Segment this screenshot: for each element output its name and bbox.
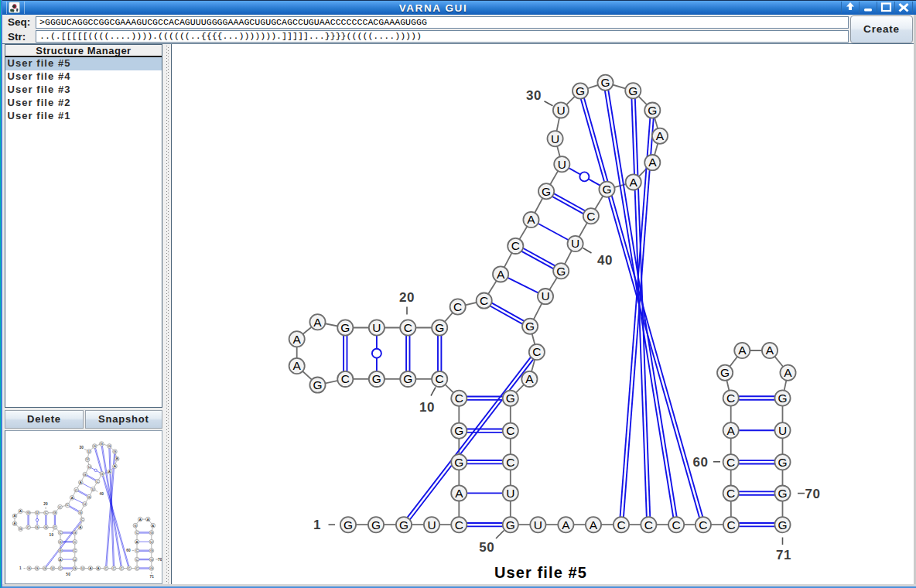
svg-text:C: C [644,518,653,532]
svg-text:G: G [778,487,787,500]
svg-text:10: 10 [419,400,435,415]
svg-text:G: G [399,518,408,532]
svg-text:A: A [313,316,322,329]
svg-text:C: C [511,239,520,252]
svg-text:C: C [455,391,463,405]
svg-text:G: G [454,456,463,469]
svg-text:G: G [602,183,611,196]
svg-text:G: G [778,518,787,532]
svg-text:G: G [313,378,322,391]
svg-text:G: G [542,185,551,198]
svg-text:G: G [720,366,730,379]
svg-text:G: G [506,391,515,405]
svg-text:G: G [525,320,535,333]
svg-text:G: G [340,321,350,334]
svg-text:A: A [455,487,463,500]
svg-text:A: A [648,156,657,169]
svg-text:A: A [527,213,535,226]
svg-text:G: G [372,372,381,385]
svg-text:G: G [576,84,585,97]
svg-text:U: U [506,487,514,500]
svg-text:U: U [558,158,566,171]
svg-text:C: C [726,456,735,469]
svg-text:C: C [436,372,444,385]
svg-text:C: C [341,372,350,385]
svg-text:A: A [727,424,736,437]
svg-text:C: C [726,487,735,500]
svg-text:70: 70 [805,487,821,501]
svg-text:U: U [571,237,579,250]
svg-text:30: 30 [526,88,542,103]
svg-text:50: 50 [479,540,494,555]
svg-text:A: A [766,344,774,357]
svg-text:U: U [551,132,559,145]
svg-text:G: G [778,456,787,469]
svg-text:A: A [590,518,598,532]
svg-text:G: G [454,424,463,437]
svg-text:G: G [435,321,444,334]
svg-text:1: 1 [313,518,321,532]
svg-text:A: A [497,268,505,281]
svg-text:U: U [556,104,565,117]
svg-text:A: A [656,129,665,142]
svg-text:C: C [726,518,735,532]
svg-text:G: G [600,76,610,89]
svg-text:G: G [556,265,566,278]
svg-text:A: A [738,344,747,357]
svg-text:C: C [404,321,412,334]
svg-text:71: 71 [776,548,791,562]
svg-text:U: U [778,424,787,437]
svg-text:G: G [403,372,412,385]
svg-text:A: A [293,359,302,372]
svg-text:G: G [506,518,515,532]
svg-text:C: C [453,300,462,313]
svg-text:C: C [532,345,541,358]
svg-text:A: A [630,176,638,189]
svg-text:G: G [628,84,637,97]
svg-text:C: C [726,391,735,405]
svg-text:G: G [371,518,381,532]
svg-text:C: C [455,518,463,532]
svg-text:A: A [525,372,534,385]
svg-text:C: C [506,424,514,437]
svg-text:C: C [672,518,680,532]
svg-text:C: C [586,210,595,223]
svg-text:A: A [784,366,792,379]
svg-text:U: U [427,518,436,532]
svg-text:A: A [293,333,302,346]
svg-text:C: C [506,456,514,469]
svg-text:C: C [699,518,707,532]
svg-text:60: 60 [693,455,709,470]
svg-text:U: U [541,289,549,303]
svg-text:G: G [344,518,353,532]
svg-text:User file #5: User file #5 [494,564,587,581]
svg-text:20: 20 [399,290,415,305]
svg-text:C: C [617,518,625,532]
svg-text:U: U [534,518,542,532]
svg-text:40: 40 [597,253,613,268]
svg-text:A: A [562,518,570,532]
svg-text:C: C [480,294,488,307]
svg-text:G: G [778,391,787,405]
svg-text:U: U [372,321,381,334]
svg-text:G: G [648,104,657,117]
